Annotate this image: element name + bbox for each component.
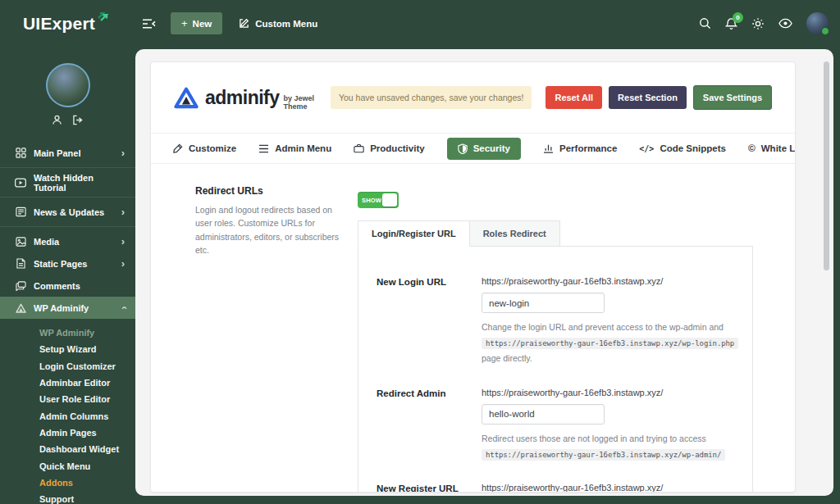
- profile-avatar[interactable]: [46, 63, 90, 107]
- show-toggle[interactable]: SHOW: [358, 192, 399, 208]
- video-play-icon: [15, 178, 26, 188]
- help-text: page directly.: [482, 353, 532, 363]
- logout-icon[interactable]: [72, 115, 84, 125]
- save-settings-button[interactable]: Save Settings: [693, 85, 772, 110]
- dashboard-grid-icon: [15, 148, 26, 158]
- submenu-item-quick-menu[interactable]: Quick Menu: [0, 457, 135, 474]
- tab-label: Productivity: [370, 143, 424, 153]
- adminify-brand-byline: by Jewel Theme: [284, 94, 331, 111]
- chevron-right-icon: ›: [121, 148, 125, 158]
- sidebar-item-main-panel[interactable]: Main Panel ›: [0, 142, 135, 164]
- new-login-url-input[interactable]: [482, 293, 605, 313]
- chevron-right-icon: ›: [121, 258, 125, 269]
- tab-code-snippets[interactable]: </> Code Snippets: [639, 143, 726, 153]
- chevron-right-icon: ›: [121, 207, 125, 217]
- redirect-admin-input[interactable]: [482, 404, 605, 425]
- sidebar-item-news-updates[interactable]: News & Updates ›: [0, 201, 135, 223]
- menu-lines-icon: [258, 144, 269, 153]
- help-text: Redirect users those are not logged in a…: [482, 434, 706, 443]
- help-code-url: https://praiseworthy-gaur-16efb3.instawp…: [482, 338, 738, 349]
- subtab-roles-redirect[interactable]: Roles Redirect: [470, 220, 560, 247]
- admin-sidebar: Main Panel › Watch Hidden Tutorial News …: [0, 47, 135, 504]
- settings-tabs: Customize Admin Menu Productivity: [151, 134, 795, 164]
- brush-icon: [172, 143, 183, 154]
- sidebar-item-label: Watch Hidden Tutorial: [34, 173, 125, 193]
- field-redirect-admin: Redirect Admin https://praiseworthy-gaur…: [377, 388, 740, 462]
- submenu-item-login-customizer[interactable]: Login Customizer: [0, 358, 135, 375]
- field-new-login-url: New Login URL https://praiseworthy-gaur-…: [377, 276, 740, 366]
- code-icon: </>: [639, 144, 654, 153]
- reset-section-button[interactable]: Reset Section: [609, 86, 687, 109]
- custom-menu-label: Custom Menu: [255, 19, 317, 29]
- site-logo[interactable]: UIExpert: [0, 15, 135, 32]
- search-icon[interactable]: [699, 17, 711, 30]
- adminify-brand: adminify by Jewel Theme: [174, 84, 331, 111]
- user-avatar[interactable]: [806, 12, 829, 34]
- unsaved-changes-notice: You have unsaved changes, save your chan…: [331, 86, 532, 109]
- sidebar-item-label: Static Pages: [34, 259, 87, 269]
- edit-icon: [239, 18, 249, 29]
- copyright-icon: ©: [748, 143, 756, 154]
- new-button[interactable]: + New: [171, 12, 222, 34]
- field-help: Redirect users those are not logged in a…: [482, 431, 740, 462]
- dark-mode-sun-icon[interactable]: [751, 17, 765, 30]
- sidebar-divider: [0, 167, 135, 168]
- profile-icon[interactable]: [52, 115, 62, 125]
- sidebar-divider: [0, 197, 135, 198]
- notification-count-badge: 0: [733, 12, 743, 23]
- page-document-icon: [15, 258, 26, 269]
- section-description: Login and logout redirects based on user…: [195, 203, 349, 257]
- sidebar-item-static-pages[interactable]: Static Pages ›: [0, 252, 135, 275]
- submenu-item-support[interactable]: Support: [0, 491, 135, 504]
- chevron-right-icon: ›: [121, 236, 125, 247]
- login-register-fields: New Login URL https://praiseworthy-gaur-…: [358, 246, 753, 493]
- tab-admin-menu[interactable]: Admin Menu: [258, 143, 331, 153]
- wp-adminify-submenu: WP Adminify Setup Wizard Login Customize…: [0, 325, 135, 504]
- newspaper-icon: [15, 207, 26, 217]
- field-help: Change the login URL and prevent access …: [482, 320, 740, 366]
- scrollbar-thumb[interactable]: [824, 61, 829, 270]
- site-url-prefix: https://praiseworthy-gaur-16efb3.instawp…: [482, 483, 740, 493]
- sidebar-item-label: WP Adminify: [34, 303, 89, 313]
- sidebar-item-label: Media: [34, 237, 59, 247]
- tab-customize[interactable]: Customize: [172, 143, 236, 154]
- submenu-item-addons[interactable]: Addons: [0, 474, 135, 491]
- submenu-item-wp-adminify[interactable]: WP Adminify: [0, 325, 135, 341]
- submenu-item-admin-pages[interactable]: Admin Pages: [0, 425, 135, 441]
- briefcase-icon: [354, 143, 364, 153]
- security-section: Redirect URLs Login and logout redirects…: [151, 164, 795, 493]
- redirect-subtabs: Login/Register URL Roles Redirect: [358, 220, 753, 247]
- tab-label: White Label: [761, 143, 796, 153]
- section-info: Redirect URLs Login and logout redirects…: [195, 185, 358, 493]
- field-label: New Login URL: [377, 277, 482, 287]
- sidebar-item-wp-adminify[interactable]: WP Adminify ›: [0, 297, 135, 319]
- logo-arrow-icon: [97, 11, 109, 22]
- chevron-up-icon: ›: [117, 306, 128, 309]
- collapse-menu-icon[interactable]: [142, 18, 156, 30]
- sidebar-item-label: Main Panel: [34, 148, 80, 158]
- tab-white-label[interactable]: © White Label: [748, 143, 796, 154]
- profile-actions: [0, 115, 135, 125]
- sidebar-item-watch-tutorial[interactable]: Watch Hidden Tutorial: [0, 171, 135, 193]
- sidebar-item-label: News & Updates: [34, 207, 104, 217]
- tab-label: Customize: [189, 143, 236, 153]
- field-label: Redirect Admin: [377, 388, 482, 398]
- tab-security[interactable]: Security: [447, 138, 521, 160]
- submenu-item-dashboard-widget[interactable]: Dashboard Widget: [0, 441, 135, 457]
- submenu-item-setup-wizard[interactable]: Setup Wizard: [0, 341, 135, 357]
- reset-all-button[interactable]: Reset All: [546, 86, 602, 109]
- submenu-item-admin-columns[interactable]: Admin Columns: [0, 407, 135, 424]
- sidebar-item-media[interactable]: Media ›: [0, 230, 135, 252]
- submenu-item-user-role-editor[interactable]: User Role Editor: [0, 391, 135, 407]
- tab-productivity[interactable]: Productivity: [354, 143, 424, 153]
- sidebar-item-comments[interactable]: Comments: [0, 275, 135, 297]
- subtab-login-register-url[interactable]: Login/Register URL: [358, 220, 470, 247]
- field-new-register-url: New Register URL Enable Membership: "Any…: [377, 483, 740, 493]
- plus-icon: +: [181, 18, 188, 29]
- tab-performance[interactable]: Performance: [543, 143, 617, 153]
- submenu-item-adminbar-editor[interactable]: Adminbar Editor: [0, 375, 135, 391]
- notifications-bell-icon[interactable]: 0: [725, 17, 737, 30]
- new-button-label: New: [193, 19, 212, 29]
- custom-menu-button[interactable]: Custom Menu: [239, 18, 317, 29]
- preview-eye-icon[interactable]: [778, 18, 792, 29]
